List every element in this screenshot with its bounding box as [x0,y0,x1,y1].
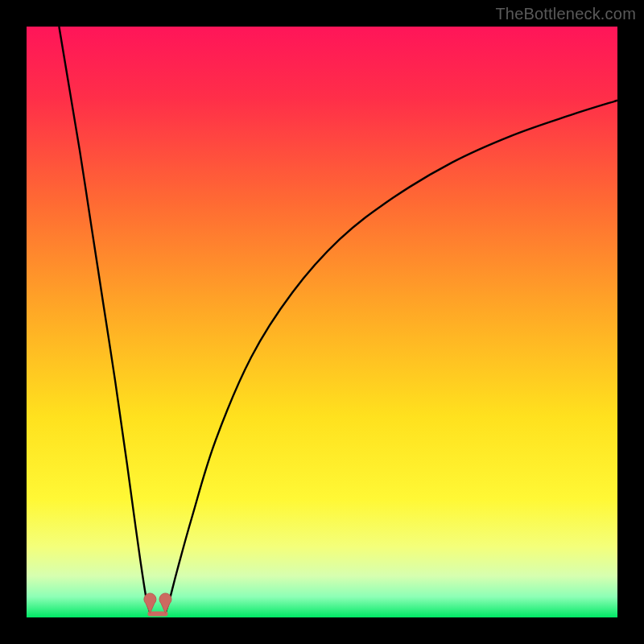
chart-frame: TheBottleneck.com [0,0,644,644]
watermark-text: TheBottleneck.com [495,5,636,23]
chart-svg [27,27,617,617]
gradient-background [27,27,617,617]
plot-area [27,27,617,617]
